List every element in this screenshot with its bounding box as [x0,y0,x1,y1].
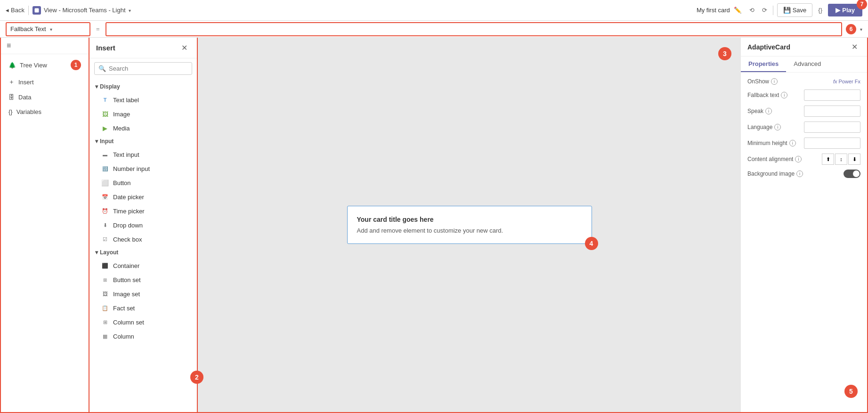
badge-2: 2 [190,371,203,384]
toolbar2-chevron[interactable] [860,25,862,32]
align-middle-button[interactable]: ↕ [835,154,847,165]
sidebar-item-tree-view[interactable]: 🌲 Tree View 1 [1,56,89,74]
insert-panel: Insert ✕ 🔍 ▾ Display T Text label 🖼 Imag… [89,38,198,413]
card-preview: Your card title goes here Add and remove… [347,206,592,244]
tab-properties[interactable]: Properties [741,57,786,72]
insert-item-button-set[interactable]: ⊞ Button set [89,273,197,287]
play-label: Play [842,7,855,14]
topbar-right: My first card ✏️ ⟲ ⟳ 💾 Save {} ▶ Play 7 [697,3,862,17]
right-panel-title: AdaptiveCard [747,43,790,51]
back-icon: ◂ [6,7,9,14]
fact-set-label: Fact set [113,305,135,312]
badge-1: 1 [71,60,81,70]
variables-icon: {} [8,108,13,115]
search-input[interactable] [109,65,188,72]
prop-language-info[interactable]: i [774,124,781,130]
insert-item-image[interactable]: 🖼 Image [89,107,197,121]
edit-card-name-button[interactable]: ✏️ [732,5,744,16]
insert-item-fact-set[interactable]: 📋 Fact set [89,301,197,315]
insert-item-button[interactable]: ⬜ Button [89,176,197,190]
back-button[interactable]: ◂ Back [6,7,24,14]
insert-item-text-input[interactable]: ▬ Text input [89,147,197,162]
topbar-left: ◂ Back View - Microsoft Teams - Light [6,6,131,15]
insert-item-column-set[interactable]: ⊞ Column set [89,315,197,329]
insert-item-text-label[interactable]: T Text label [89,93,197,107]
insert-item-time-picker[interactable]: ⏰ Time picker [89,204,197,218]
insert-item-drop-down[interactable]: ⬇ Drop down [89,218,197,232]
prop-value-onshow: fx Power Fx [833,79,860,84]
prop-onshow-info[interactable]: i [771,78,778,85]
prop-fallback-info[interactable]: i [781,92,787,98]
fact-set-icon: 📋 [101,304,109,312]
insert-item-container[interactable]: ⬛ Container [89,259,197,273]
sidebar-item-variables[interactable]: {} Variables [1,105,89,119]
badge-5: 5 [844,385,858,398]
insert-item-column[interactable]: ▦ Column [89,329,197,343]
prop-row-content-alignment: Content alignment i ⬆ ↕ ⬇ [747,154,860,165]
redo-button[interactable]: ⟳ [760,5,769,16]
insert-item-number-input[interactable]: 🔢 Number input [89,162,197,176]
save-button[interactable]: 💾 Save [777,3,813,17]
category-layout-label: Layout [100,249,118,256]
formula-input[interactable] [106,25,841,32]
category-display[interactable]: ▾ Display [89,81,197,93]
tab-advanced[interactable]: Advanced [786,57,828,72]
prop-input-language[interactable] [804,121,860,133]
align-bottom-button[interactable]: ⬇ [848,154,860,165]
undo-button[interactable]: ⟲ [747,5,756,16]
insert-item-image-set[interactable]: 🖼 Image set [89,287,197,301]
right-panel-close-button[interactable]: ✕ [849,41,860,52]
container-icon: ⬛ [101,261,109,270]
equals-sign: = [94,25,102,32]
prop-input-fallback[interactable] [804,89,860,101]
check-box-icon: ☑ [101,235,109,243]
prop-label-content-alignment: Content alignment i [747,156,802,162]
app-title-chevron[interactable] [129,7,131,14]
left-sidebar: 🌲 Tree View 1 ＋ Insert 🗄 Data {} Variabl… [0,38,89,413]
sidebar-item-insert[interactable]: ＋ Insert [1,74,89,90]
prop-content-alignment-info[interactable]: i [795,156,802,162]
prop-background-image-info[interactable]: i [796,170,803,177]
data-label: Data [18,94,31,101]
insert-item-date-picker[interactable]: 📅 Date picker [89,190,197,204]
power-fx-button[interactable]: fx Power Fx [833,79,860,84]
time-picker-label: Time picker [113,208,145,215]
fallback-select[interactable]: Fallback Text [6,22,90,36]
prop-input-speak[interactable] [804,105,860,117]
insert-title: Insert [96,44,115,52]
prop-input-min-height[interactable] [804,138,860,149]
badge-4: 4 [585,237,598,250]
insert-label: Insert [18,79,34,86]
insert-item-media[interactable]: ▶ Media [89,121,197,135]
insert-close-button[interactable]: ✕ [178,42,190,53]
prop-min-height-info[interactable]: i [789,140,796,146]
sidebar-item-data[interactable]: 🗄 Data [1,90,89,105]
text-input-icon: ▬ [101,150,109,159]
category-layout-chevron: ▾ [95,249,98,256]
background-image-toggle[interactable] [844,170,860,178]
prop-row-language: Language i [747,121,860,133]
number-input-icon: 🔢 [101,164,109,173]
code-button[interactable]: {} [816,5,824,16]
insert-header: Insert ✕ [89,38,197,58]
container-label: Container [113,262,139,269]
search-box: 🔍 [94,62,192,75]
right-panel-content: OnShow i fx Power Fx Fallback text i [741,73,867,412]
hamburger-icon[interactable] [7,41,11,50]
card-name-text: My first card [697,7,730,14]
category-input-chevron: ▾ [95,138,98,145]
card-preview-subtitle: Add and remove element to customize your… [357,227,582,234]
category-layout[interactable]: ▾ Layout [89,246,197,259]
insert-item-check-box[interactable]: ☑ Check box [89,232,197,246]
prop-speak-info[interactable]: i [765,108,772,114]
column-set-label: Column set [113,319,144,326]
play-button[interactable]: ▶ Play 7 [828,4,862,16]
column-label: Column [113,333,134,340]
column-icon: ▦ [101,332,109,340]
check-box-label: Check box [113,236,142,243]
align-top-button[interactable]: ⬆ [822,154,834,165]
category-input[interactable]: ▾ Input [89,135,197,147]
canvas-area: 3 Your card title goes here Add and remo… [198,38,741,413]
search-icon: 🔍 [98,65,106,72]
prop-language-text: Language [747,124,772,130]
